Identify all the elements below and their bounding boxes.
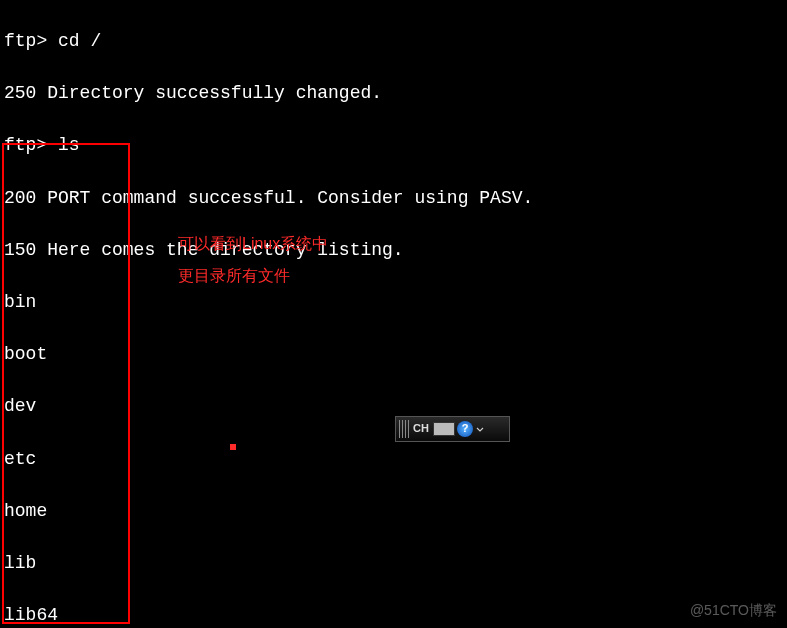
ime-language-bar[interactable]: CH ?: [395, 416, 510, 442]
watermark-text: @51CTO博客: [690, 600, 777, 620]
dir-entry: bin: [4, 289, 533, 315]
ftp-prompt: ftp>: [4, 31, 58, 51]
ime-keyboard-icon[interactable]: [433, 420, 455, 438]
response-port: 200 PORT command successful. Consider us…: [4, 185, 533, 211]
red-marker-dot: [230, 444, 236, 450]
ime-grip-icon[interactable]: [399, 420, 409, 438]
terminal-output: ftp> cd / 250 Directory successfully cha…: [0, 0, 537, 628]
ime-dropdown-icon[interactable]: [475, 424, 485, 434]
dir-entry: lib64: [4, 602, 533, 628]
annotation-line2: 更目录所有文件: [178, 260, 328, 292]
dir-entry: lib: [4, 550, 533, 576]
ime-language-label[interactable]: CH: [411, 420, 431, 438]
ftp-prompt: ftp>: [4, 135, 58, 155]
dir-entry: etc: [4, 446, 533, 472]
ime-help-icon[interactable]: ?: [457, 421, 473, 437]
dir-entry: home: [4, 498, 533, 524]
command-cd: cd /: [58, 31, 101, 51]
dir-entry: boot: [4, 341, 533, 367]
command-ls: ls: [58, 135, 80, 155]
response-cd: 250 Directory successfully changed.: [4, 80, 533, 106]
annotation-text: 可以看到Linux系统中 更目录所有文件: [178, 228, 328, 292]
annotation-line1: 可以看到Linux系统中: [178, 228, 328, 260]
